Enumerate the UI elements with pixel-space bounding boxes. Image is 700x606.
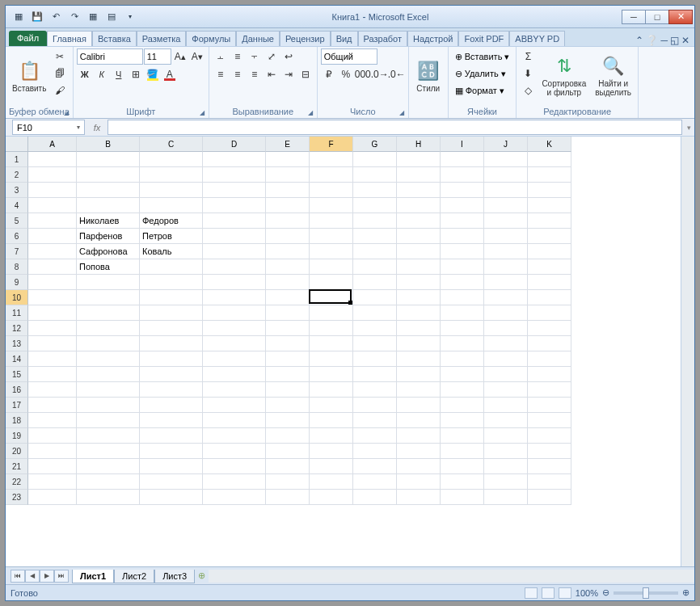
qat-extra1-icon[interactable]: ▦ [85, 9, 101, 25]
cell[interactable] [353, 382, 397, 398]
cell[interactable] [28, 367, 77, 382]
cell[interactable] [397, 336, 441, 351]
cell[interactable] [310, 152, 353, 167]
cell[interactable] [528, 382, 571, 398]
cell[interactable] [203, 290, 266, 305]
cell[interactable] [441, 351, 484, 367]
cell[interactable] [28, 275, 77, 290]
cell[interactable] [397, 413, 441, 428]
merge-button[interactable]: ⊟ [297, 66, 314, 82]
cell[interactable] [140, 321, 203, 336]
cell[interactable] [353, 413, 397, 428]
zoom-slider[interactable] [614, 591, 678, 595]
cell[interactable] [441, 183, 484, 198]
cell[interactable] [353, 259, 397, 275]
row-header[interactable]: 3 [6, 183, 28, 198]
cell[interactable] [484, 244, 528, 259]
cell[interactable] [441, 198, 484, 213]
cell[interactable] [266, 490, 310, 505]
cell[interactable] [528, 474, 571, 490]
launcher-icon[interactable]: ◢ [308, 109, 313, 116]
sheet-tab[interactable]: Лист1 [72, 570, 114, 583]
cell[interactable] [397, 459, 441, 474]
expand-formula-bar-icon[interactable]: ▾ [687, 124, 691, 132]
format-painter-button[interactable]: 🖌 [52, 82, 68, 99]
cell[interactable] [140, 152, 203, 167]
cell[interactable] [266, 367, 310, 382]
cell[interactable] [484, 428, 528, 444]
select-all-corner[interactable] [6, 137, 28, 152]
cell[interactable] [310, 367, 353, 382]
comma-button[interactable]: 000 [355, 66, 371, 82]
cell[interactable] [528, 275, 571, 290]
cell[interactable] [353, 244, 397, 259]
styles-button[interactable]: 🔠 Стили [412, 48, 445, 102]
row-header[interactable]: 1 [6, 152, 28, 167]
cell[interactable] [28, 428, 77, 444]
column-header[interactable]: H [397, 137, 441, 152]
row-header[interactable]: 20 [6, 444, 28, 459]
cell[interactable] [397, 428, 441, 444]
align-left-button[interactable]: ≡ [213, 66, 229, 82]
column-header[interactable]: K [528, 137, 571, 152]
cell[interactable] [484, 290, 528, 305]
tab-view[interactable]: Вид [331, 31, 358, 46]
cell[interactable] [203, 229, 266, 244]
cell[interactable] [203, 351, 266, 367]
row-header[interactable]: 10 [6, 290, 28, 305]
zoom-out-button[interactable]: ⊖ [602, 587, 609, 598]
close-button[interactable]: ✕ [668, 10, 693, 24]
cell[interactable] [140, 336, 203, 351]
sort-filter-button[interactable]: ⇅ Сортировка и фильтр [538, 48, 589, 102]
cell[interactable] [484, 459, 528, 474]
cell[interactable] [28, 198, 77, 213]
cell[interactable] [397, 351, 441, 367]
insert-cells-button[interactable]: ⊕Вставить ▾ [452, 48, 513, 65]
cell[interactable] [310, 259, 353, 275]
cell[interactable] [441, 490, 484, 505]
cell[interactable] [484, 336, 528, 351]
font-color-button[interactable]: A [162, 66, 178, 82]
cell[interactable] [484, 474, 528, 490]
cell[interactable] [203, 367, 266, 382]
cell[interactable] [484, 398, 528, 413]
cell[interactable] [77, 152, 140, 167]
cell[interactable] [28, 459, 77, 474]
formula-bar[interactable] [108, 120, 682, 135]
cell[interactable] [140, 459, 203, 474]
font-size-combo[interactable]: 11 [144, 48, 171, 65]
align-middle-button[interactable]: ≡ [230, 48, 246, 65]
cell[interactable] [353, 167, 397, 183]
cell[interactable] [397, 275, 441, 290]
cell[interactable] [484, 351, 528, 367]
column-header[interactable]: B [77, 137, 140, 152]
cell[interactable] [353, 351, 397, 367]
row-header[interactable]: 14 [6, 351, 28, 367]
cell[interactable] [528, 459, 571, 474]
cell[interactable] [77, 305, 140, 321]
cell[interactable] [203, 167, 266, 183]
cell[interactable] [397, 444, 441, 459]
clear-button[interactable]: ◇ [520, 82, 536, 99]
row-header[interactable]: 11 [6, 305, 28, 321]
cell[interactable] [528, 398, 571, 413]
cell[interactable] [441, 398, 484, 413]
decrease-decimal-button[interactable]: .0← [389, 66, 405, 82]
cell[interactable] [310, 275, 353, 290]
cell[interactable] [28, 290, 77, 305]
border-button[interactable]: ⊞ [128, 66, 144, 82]
cell[interactable] [353, 398, 397, 413]
cell[interactable] [140, 398, 203, 413]
cell[interactable] [203, 428, 266, 444]
cell[interactable] [203, 213, 266, 229]
cell[interactable] [77, 474, 140, 490]
cell[interactable] [484, 183, 528, 198]
cell[interactable] [28, 229, 77, 244]
cell[interactable] [28, 336, 77, 351]
cell[interactable] [353, 198, 397, 213]
cell[interactable] [310, 490, 353, 505]
sheet-nav-prev[interactable]: ◀ [25, 570, 40, 583]
cell[interactable] [441, 444, 484, 459]
cell[interactable] [397, 382, 441, 398]
cell[interactable] [77, 275, 140, 290]
